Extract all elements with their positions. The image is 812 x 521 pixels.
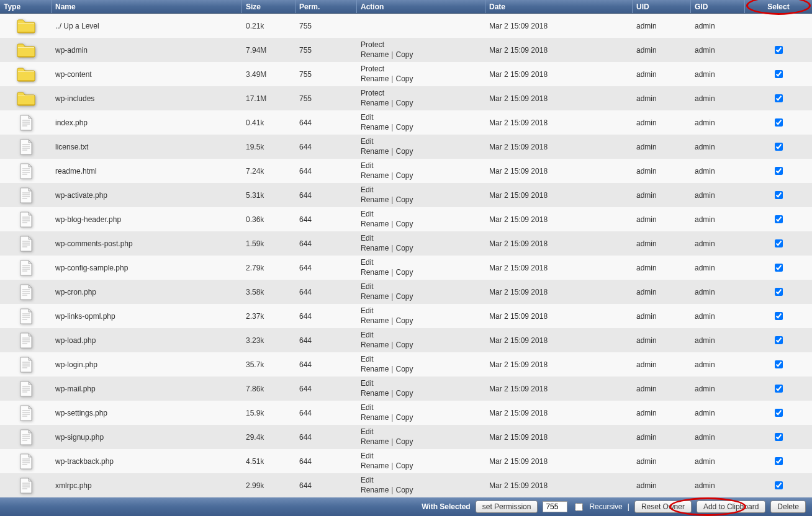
action-rename[interactable]: Rename: [361, 268, 389, 278]
file-link[interactable]: wp-mail.php: [55, 385, 238, 393]
row-checkbox[interactable]: [775, 288, 783, 296]
select-all[interactable]: Select: [767, 2, 789, 11]
perm-link[interactable]: 755: [299, 70, 353, 79]
file-link[interactable]: wp-comments-post.php: [55, 239, 238, 248]
action-copy[interactable]: Copy: [395, 413, 413, 423]
row-checkbox[interactable]: [775, 264, 783, 272]
action-copy[interactable]: Copy: [395, 171, 413, 181]
perm-link[interactable]: 644: [299, 288, 353, 296]
action-copy[interactable]: Copy: [395, 244, 413, 254]
action-rename[interactable]: Rename: [361, 341, 389, 350]
row-checkbox[interactable]: [775, 70, 783, 78]
add-to-clipboard-button[interactable]: Add to Clipboard: [697, 501, 765, 513]
action-copy[interactable]: Copy: [395, 123, 413, 133]
action-copy[interactable]: Copy: [395, 389, 413, 399]
row-checkbox[interactable]: [775, 312, 783, 320]
sort-name[interactable]: Name: [55, 2, 76, 11]
action-copy[interactable]: Copy: [395, 268, 413, 278]
perm-link[interactable]: 644: [299, 264, 353, 272]
action-copy[interactable]: Copy: [395, 316, 413, 326]
row-checkbox[interactable]: [775, 409, 783, 417]
file-link[interactable]: xmlrpc.php: [55, 481, 238, 490]
row-checkbox[interactable]: [775, 167, 783, 175]
file-link[interactable]: wp-load.php: [55, 336, 238, 345]
action-edit[interactable]: Edit: [361, 403, 374, 413]
action-rename[interactable]: Rename: [361, 195, 389, 205]
action-edit[interactable]: Edit: [361, 331, 374, 341]
perm-link[interactable]: 755: [299, 46, 353, 55]
action-edit[interactable]: Edit: [361, 210, 374, 220]
recursive-checkbox[interactable]: [575, 503, 583, 511]
set-permission-button[interactable]: set Permission: [476, 501, 538, 513]
action-rename[interactable]: Rename: [361, 389, 389, 399]
action-rename[interactable]: Rename: [361, 123, 389, 133]
file-link[interactable]: ../ Up a Level: [55, 22, 238, 30]
action-edit[interactable]: Edit: [361, 113, 374, 123]
perm-link[interactable]: 644: [299, 457, 353, 466]
action-rename[interactable]: Rename: [361, 99, 389, 109]
sort-type[interactable]: Type: [4, 2, 20, 11]
row-checkbox[interactable]: [775, 191, 783, 199]
action-edit[interactable]: Edit: [361, 161, 374, 171]
perm-link[interactable]: 644: [299, 191, 353, 200]
row-checkbox[interactable]: [775, 215, 783, 223]
action-protect[interactable]: Protect: [361, 40, 384, 50]
action-rename[interactable]: Rename: [361, 461, 389, 471]
file-link[interactable]: wp-trackback.php: [55, 457, 238, 466]
sort-gid[interactable]: GID: [695, 2, 708, 11]
action-edit[interactable]: Edit: [361, 427, 374, 437]
file-link[interactable]: wp-includes: [55, 94, 238, 103]
action-protect[interactable]: Protect: [361, 65, 384, 74]
file-link[interactable]: readme.html: [55, 167, 238, 176]
action-rename[interactable]: Rename: [361, 316, 389, 326]
action-rename[interactable]: Rename: [361, 244, 389, 254]
perm-link[interactable]: 644: [299, 312, 353, 321]
file-link[interactable]: wp-login.php: [55, 360, 238, 369]
action-edit[interactable]: Edit: [361, 476, 374, 486]
file-link[interactable]: license.txt: [55, 143, 238, 151]
permission-input[interactable]: [543, 501, 567, 512]
action-edit[interactable]: Edit: [361, 185, 374, 195]
perm-link[interactable]: 644: [299, 409, 353, 417]
action-copy[interactable]: Copy: [395, 461, 413, 471]
action-protect[interactable]: Protect: [361, 89, 384, 99]
sort-uid[interactable]: UID: [636, 2, 649, 11]
action-copy[interactable]: Copy: [395, 147, 413, 157]
row-checkbox[interactable]: [775, 143, 783, 151]
perm-link[interactable]: 644: [299, 118, 353, 127]
row-checkbox[interactable]: [775, 336, 783, 344]
perm-link[interactable]: 644: [299, 215, 353, 224]
reset-owner-button[interactable]: Reset Owner: [634, 501, 692, 513]
action-copy[interactable]: Copy: [395, 74, 413, 84]
action-rename[interactable]: Rename: [361, 365, 389, 375]
action-copy[interactable]: Copy: [395, 365, 413, 375]
action-copy[interactable]: Copy: [395, 50, 413, 60]
action-rename[interactable]: Rename: [361, 437, 389, 447]
row-checkbox[interactable]: [775, 385, 783, 393]
sort-perm[interactable]: Perm.: [299, 2, 320, 11]
file-link[interactable]: wp-blog-header.php: [55, 215, 238, 224]
sort-date[interactable]: Date: [489, 2, 505, 11]
row-checkbox[interactable]: [775, 457, 783, 465]
action-rename[interactable]: Rename: [361, 220, 389, 229]
row-checkbox[interactable]: [775, 118, 783, 127]
row-checkbox[interactable]: [775, 433, 783, 441]
perm-link[interactable]: 755: [299, 94, 353, 103]
sort-size[interactable]: Size: [246, 2, 261, 11]
row-checkbox[interactable]: [775, 239, 783, 247]
action-rename[interactable]: Rename: [361, 74, 389, 84]
perm-link[interactable]: 644: [299, 239, 353, 248]
file-link[interactable]: wp-admin: [55, 46, 238, 55]
file-link[interactable]: wp-links-opml.php: [55, 312, 238, 321]
perm-link[interactable]: 644: [299, 143, 353, 151]
perm-link[interactable]: 644: [299, 360, 353, 369]
action-copy[interactable]: Copy: [395, 99, 413, 109]
row-checkbox[interactable]: [775, 360, 783, 368]
perm-link[interactable]: 644: [299, 167, 353, 176]
action-copy[interactable]: Copy: [395, 437, 413, 447]
action-copy[interactable]: Copy: [395, 341, 413, 350]
row-checkbox[interactable]: [775, 94, 783, 102]
action-rename[interactable]: Rename: [361, 292, 389, 302]
row-checkbox[interactable]: [775, 46, 783, 54]
action-edit[interactable]: Edit: [361, 137, 374, 147]
